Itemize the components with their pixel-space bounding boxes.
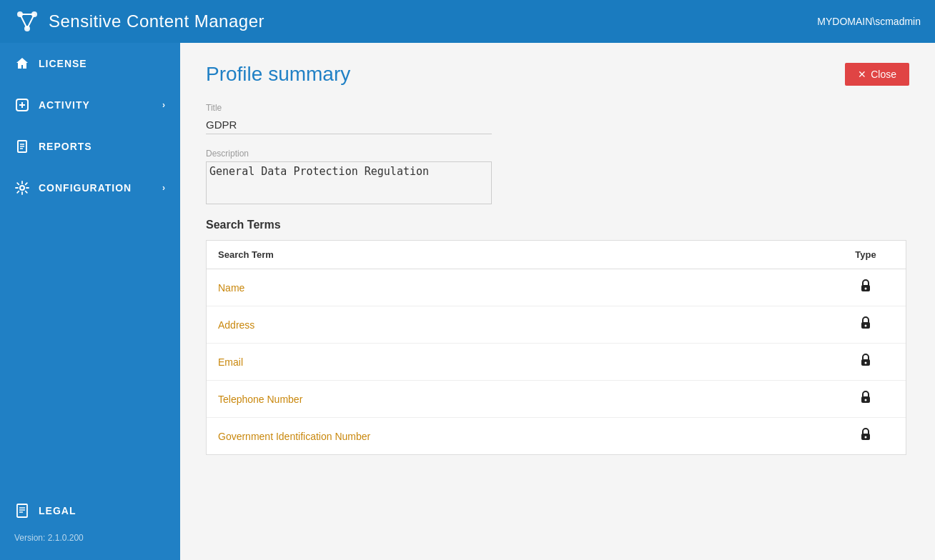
- table-row[interactable]: Government Identification Number: [207, 418, 906, 454]
- app-title: Sensitive Content Manager: [49, 11, 264, 31]
- description-form-group: Description: [206, 149, 909, 204]
- sidebar-item-activity[interactable]: ACTIVITY ›: [0, 84, 180, 126]
- app-logo-icon: [14, 9, 40, 34]
- main-content: Profile summary ✕ Close Title Descriptio…: [180, 43, 935, 560]
- svg-rect-14: [17, 504, 27, 517]
- table-row[interactable]: Name: [207, 269, 906, 306]
- sidebar: LICENSE ACTIVITY ›: [0, 43, 180, 560]
- row-term: Email: [218, 356, 837, 368]
- svg-line-5: [27, 14, 34, 29]
- sidebar-item-configuration[interactable]: CONFIGURATION ›: [0, 167, 180, 209]
- close-button-label: Close: [871, 69, 896, 80]
- sidebar-label-license: LICENSE: [39, 58, 87, 69]
- svg-point-13: [20, 186, 24, 190]
- reports-icon: [14, 139, 30, 154]
- configuration-chevron-icon: ›: [162, 183, 166, 193]
- table-row[interactable]: Email: [207, 344, 906, 381]
- close-button[interactable]: ✕ Close: [845, 63, 909, 86]
- svg-point-25: [865, 399, 867, 401]
- legal-icon: [14, 503, 30, 519]
- sidebar-bottom: LEGAL Version: 2.1.0.200: [0, 486, 180, 560]
- svg-point-27: [865, 436, 867, 439]
- lock-icon: [837, 315, 894, 334]
- main-layout: LICENSE ACTIVITY ›: [0, 43, 935, 560]
- table-scroll-area[interactable]: NameAddressEmailTelephone NumberGovernme…: [207, 269, 906, 454]
- title-label: Title: [206, 103, 909, 113]
- configuration-icon: [14, 180, 30, 196]
- svg-point-19: [865, 288, 867, 290]
- sidebar-label-configuration: CONFIGURATION: [39, 182, 132, 194]
- description-label: Description: [206, 149, 909, 159]
- title-input[interactable]: [206, 116, 492, 134]
- description-textarea[interactable]: [206, 161, 492, 204]
- lock-icon: [837, 352, 894, 371]
- page-header: Profile summary ✕ Close: [206, 63, 909, 86]
- svg-point-21: [865, 325, 867, 327]
- app-header: Sensitive Content Manager MYDOMAIN\scmad…: [0, 0, 935, 43]
- sidebar-item-reports[interactable]: REPORTS: [0, 126, 180, 167]
- sidebar-item-license[interactable]: LICENSE: [0, 43, 180, 84]
- col-header-type: Type: [837, 249, 894, 260]
- sidebar-nav: LICENSE ACTIVITY ›: [0, 43, 180, 209]
- sidebar-item-legal[interactable]: LEGAL: [0, 493, 180, 529]
- header-left: Sensitive Content Manager: [14, 9, 264, 34]
- version-text: Version: 2.1.0.200: [0, 529, 180, 553]
- sidebar-label-reports: REPORTS: [39, 141, 92, 152]
- sidebar-label-legal: LEGAL: [39, 505, 76, 516]
- search-terms-table: Search Term Type NameAddressEmailTelepho…: [206, 240, 906, 455]
- house-icon: [14, 56, 30, 71]
- row-term: Address: [218, 319, 837, 331]
- lock-icon: [837, 426, 894, 446]
- svg-point-23: [865, 362, 867, 364]
- table-header: Search Term Type: [207, 241, 906, 269]
- col-header-term: Search Term: [218, 249, 837, 260]
- search-terms-section-title: Search Terms: [206, 219, 909, 231]
- table-row[interactable]: Telephone Number: [207, 381, 906, 418]
- row-term: Government Identification Number: [218, 431, 837, 442]
- header-user: MYDOMAIN\scmadmin: [817, 16, 921, 27]
- svg-line-4: [20, 14, 27, 29]
- activity-icon: [14, 97, 30, 113]
- activity-chevron-icon: ›: [162, 100, 166, 110]
- page-title: Profile summary: [206, 63, 350, 86]
- title-form-group: Title: [206, 103, 909, 134]
- lock-icon: [837, 389, 894, 409]
- table-row[interactable]: Address: [207, 306, 906, 344]
- close-x-icon: ✕: [858, 69, 866, 80]
- row-term: Name: [218, 282, 837, 294]
- lock-icon: [837, 278, 894, 297]
- row-term: Telephone Number: [218, 394, 837, 405]
- sidebar-label-activity: ACTIVITY: [39, 99, 90, 111]
